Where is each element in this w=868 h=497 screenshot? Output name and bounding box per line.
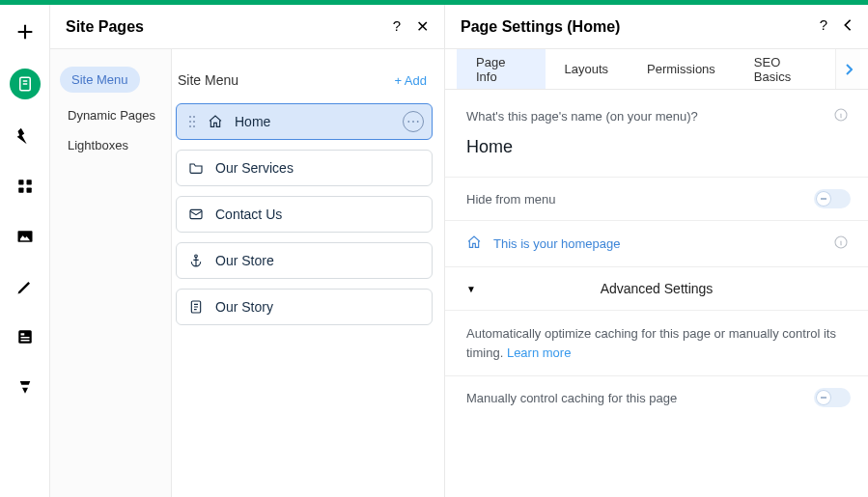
mail-icon: [188, 207, 204, 222]
advanced-settings-label: Advanced Settings: [601, 281, 714, 296]
info-icon[interactable]: [833, 107, 849, 125]
hide-from-menu-toggle[interactable]: [814, 189, 851, 208]
tab-permissions[interactable]: Permissions: [628, 49, 735, 89]
svg-point-10: [189, 116, 191, 118]
home-icon: [208, 114, 223, 129]
learn-more-link[interactable]: Learn more: [507, 345, 571, 360]
svg-point-17: [195, 255, 198, 258]
page-settings-title: Page Settings (Home): [461, 18, 620, 36]
page-name-value[interactable]: Home: [466, 137, 847, 157]
nav-lightboxes[interactable]: Lightboxes: [60, 138, 161, 152]
svg-rect-2: [26, 179, 31, 184]
tool-rail: [0, 5, 50, 497]
home-icon: [466, 235, 482, 253]
site-pages-nav: Site Menu Dynamic Pages Lightboxes: [50, 49, 172, 497]
rail-content-icon[interactable]: [12, 323, 39, 350]
rail-lang-icon[interactable]: [12, 373, 39, 400]
tabs-scroll-right-icon[interactable]: [835, 49, 860, 89]
page-settings-panel: Page Settings (Home) ? Page Info Layouts…: [445, 5, 868, 497]
settings-tabs: Page Info Layouts Permissions SEO Basics: [445, 49, 868, 90]
svg-rect-4: [26, 188, 31, 193]
page-label: Our Services: [215, 160, 294, 176]
tab-page-info[interactable]: Page Info: [457, 49, 546, 89]
svg-rect-9: [20, 340, 29, 342]
rail-media-icon[interactable]: [12, 223, 39, 250]
nav-site-menu[interactable]: Site Menu: [60, 67, 140, 93]
site-menu-panel: Site Menu + Add Home ⋯: [172, 49, 445, 497]
svg-rect-1: [18, 179, 23, 184]
cache-description: Automatically optimize caching for this …: [466, 324, 847, 362]
svg-rect-8: [20, 337, 29, 339]
svg-rect-3: [18, 188, 23, 193]
svg-point-14: [189, 125, 191, 127]
help-icon[interactable]: ?: [393, 17, 401, 36]
site-pages-title: Site Pages: [66, 18, 144, 36]
page-row-store[interactable]: Our Store: [176, 242, 433, 279]
page-label: Our Story: [215, 299, 273, 315]
rail-add-icon[interactable]: [12, 18, 39, 45]
page-label: Home: [235, 114, 270, 129]
nav-dynamic-pages[interactable]: Dynamic Pages: [60, 108, 161, 123]
caret-down-icon: ▼: [466, 284, 476, 294]
page-row-story[interactable]: Our Story: [176, 289, 433, 325]
tab-layouts[interactable]: Layouts: [546, 49, 629, 89]
hide-from-menu-label: Hide from menu: [466, 192, 555, 207]
rail-pages-icon[interactable]: [10, 69, 41, 99]
back-icon[interactable]: [843, 16, 853, 37]
close-icon[interactable]: ✕: [416, 17, 429, 36]
svg-point-12: [189, 121, 191, 123]
page-row-contact[interactable]: Contact Us: [176, 196, 433, 233]
drag-handle-icon[interactable]: [188, 115, 196, 128]
page-label: Our Store: [215, 253, 274, 268]
tab-seo[interactable]: SEO Basics: [735, 49, 835, 89]
rail-design-icon[interactable]: [12, 123, 39, 150]
help-icon[interactable]: ?: [820, 16, 827, 37]
svg-point-15: [193, 125, 195, 127]
more-options-icon[interactable]: ⋯: [403, 111, 424, 132]
info-icon[interactable]: [833, 235, 849, 253]
homepage-label: This is your homepage: [493, 236, 621, 251]
doc-icon: [188, 299, 204, 315]
page-name-label: What's this page's name (on your menu)?: [466, 109, 847, 124]
rail-pen-icon[interactable]: [12, 273, 39, 300]
page-label: Contact Us: [215, 207, 282, 222]
page-row-services[interactable]: Our Services: [176, 150, 433, 186]
add-page-button[interactable]: + Add: [394, 73, 427, 88]
rail-apps-icon[interactable]: [12, 173, 39, 200]
manual-cache-label: Manually control caching for this page: [466, 391, 677, 405]
menu-list-title: Site Menu: [178, 72, 238, 88]
advanced-settings-toggle[interactable]: ▼ Advanced Settings: [445, 267, 868, 311]
svg-rect-7: [20, 333, 24, 335]
folder-icon: [188, 160, 204, 176]
site-pages-header: Site Pages ? ✕: [50, 5, 444, 49]
anchor-icon: [188, 253, 204, 268]
page-row-home[interactable]: Home ⋯: [176, 103, 433, 140]
svg-point-11: [193, 116, 195, 118]
manual-cache-toggle[interactable]: [814, 388, 851, 407]
svg-point-13: [193, 121, 195, 123]
